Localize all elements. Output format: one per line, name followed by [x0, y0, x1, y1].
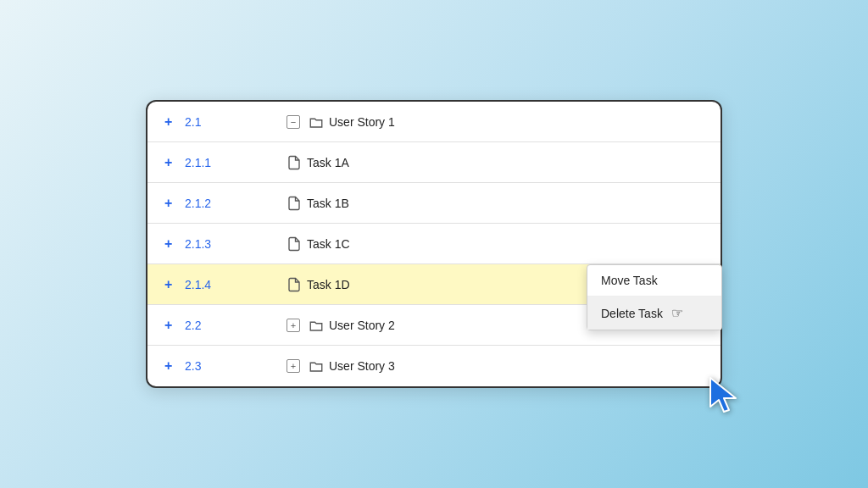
folder-icon-2-2 — [309, 318, 324, 333]
file-icon-2-1-3 — [287, 236, 302, 252]
row-content-2-1-1: Task 1A — [287, 155, 704, 170]
row-content-2-1: − User Story 1 — [287, 114, 704, 130]
row-id-2-2: 2.2 — [185, 319, 236, 332]
row-2-1-3: + 2.1.3 Task 1C — [147, 224, 721, 264]
folder-icon-2-1 — [309, 114, 324, 130]
file-icon-2-1-4 — [287, 277, 302, 292]
add-button-2-1-4[interactable]: + — [164, 277, 181, 292]
file-icon-2-1-2 — [287, 196, 302, 211]
row-content-2-1-2: Task 1B — [287, 196, 704, 211]
row-id-2-1-4: 2.1.4 — [185, 278, 236, 291]
row-2-3: + 2.3 + User Story 3 — [147, 346, 721, 386]
add-button-2-2[interactable]: + — [164, 318, 181, 333]
add-button-2-1-2[interactable]: + — [164, 196, 181, 211]
task-label-2-1-3: Task 1C — [307, 237, 350, 251]
story-label-2-1: User Story 1 — [329, 115, 395, 129]
row-id-2-1: 2.1 — [185, 115, 236, 129]
folder-icon-2-3 — [309, 358, 324, 374]
task-label-2-1-1: Task 1A — [307, 156, 349, 169]
row-id-2-1-2: 2.1.2 — [185, 197, 236, 210]
expand-toggle-2-3[interactable]: + — [287, 359, 300, 373]
task-label-2-1-4: Task 1D — [307, 278, 350, 291]
cursor-arrow — [709, 376, 743, 413]
context-menu-delete-task[interactable]: Delete Task ☞ — [587, 297, 721, 330]
row-2-1: + 2.1 − User Story 1 — [147, 102, 721, 142]
row-content-2-1-3: Task 1C — [287, 236, 704, 252]
row-content-2-3: + User Story 3 — [287, 358, 704, 374]
task-label-2-1-2: Task 1B — [307, 197, 349, 210]
add-button-2-1-1[interactable]: + — [164, 155, 181, 170]
delete-task-label: Delete Task — [601, 307, 663, 320]
row-2-1-4: + 2.1.4 Task 1D Move Task Delete Task ☞ — [147, 264, 721, 305]
row-2-1-1: + 2.1.1 Task 1A — [147, 142, 721, 183]
context-menu: Move Task Delete Task ☞ — [587, 264, 722, 330]
context-menu-move-task[interactable]: Move Task — [587, 265, 721, 297]
file-icon-2-1-1 — [287, 155, 302, 170]
expand-toggle-2-2[interactable]: + — [287, 319, 300, 332]
row-id-2-3: 2.3 — [185, 359, 236, 373]
story-label-2-3: User Story 3 — [329, 359, 395, 373]
svg-marker-0 — [710, 378, 736, 412]
add-button-2-1-3[interactable]: + — [164, 236, 181, 252]
main-panel: + 2.1 − User Story 1 + 2.1.1 Task 1A + 2… — [146, 100, 722, 388]
story-label-2-2: User Story 2 — [329, 319, 395, 332]
row-id-2-1-3: 2.1.3 — [185, 237, 236, 251]
add-button-2-3[interactable]: + — [164, 358, 181, 374]
row-2-1-2: + 2.1.2 Task 1B — [147, 183, 721, 224]
row-id-2-1-1: 2.1.1 — [185, 156, 236, 169]
add-button-2-1[interactable]: + — [164, 114, 181, 130]
collapse-toggle-2-1[interactable]: − — [287, 115, 300, 129]
hand-cursor-icon: ☞ — [671, 306, 683, 320]
